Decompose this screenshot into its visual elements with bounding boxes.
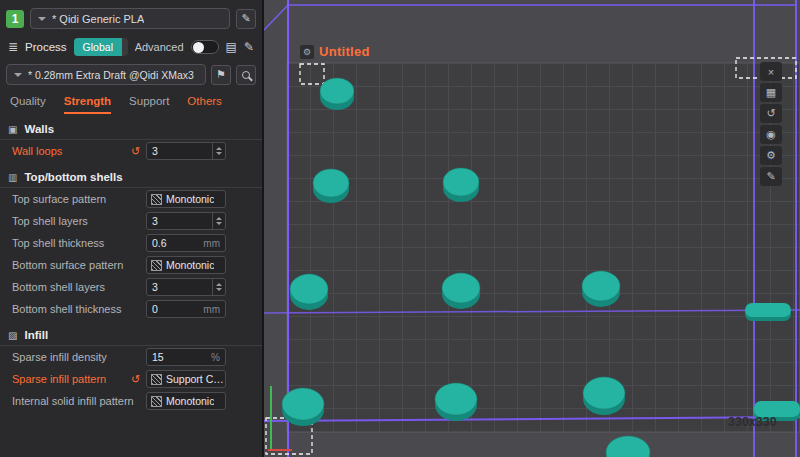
list-settings-icon[interactable]: ▤ bbox=[226, 40, 237, 54]
model-object-disc[interactable] bbox=[582, 271, 620, 307]
sparse-infill-pattern-select[interactable]: Support Cu... bbox=[146, 370, 226, 388]
tab-strength[interactable]: Strength bbox=[64, 95, 111, 114]
spinner-arrows[interactable] bbox=[212, 279, 225, 295]
save-preset-icon[interactable]: ⚑ bbox=[211, 65, 231, 85]
pattern-swatch-icon bbox=[151, 260, 162, 271]
filament-slot-badge[interactable]: 1 bbox=[6, 10, 24, 28]
plate-rotate-icon[interactable]: ↺ bbox=[760, 104, 782, 123]
top-shell-layers-input[interactable]: 3 bbox=[146, 212, 226, 230]
model-object-disc[interactable] bbox=[282, 388, 324, 426]
viewport-3d[interactable]: ⚙ Untitled 330x330 × ▦ ↺ ◉ ⚙ ✎ bbox=[262, 0, 800, 457]
bottom-surface-pattern-select[interactable]: Monotonic bbox=[146, 256, 226, 274]
process-scope-segment: Global Objects bbox=[74, 38, 128, 56]
tab-quality[interactable]: Quality bbox=[10, 95, 46, 114]
input-value: 3 bbox=[147, 281, 212, 293]
setting-label: Bottom shell thickness bbox=[12, 303, 121, 315]
model-object-disc[interactable] bbox=[442, 273, 480, 309]
plate-edit-icon[interactable]: ✎ bbox=[760, 167, 782, 186]
setting-label: Sparse infill density bbox=[12, 351, 107, 363]
unit-label: % bbox=[211, 352, 225, 363]
unit-label: mm bbox=[203, 304, 225, 315]
search-icon[interactable] bbox=[236, 65, 256, 85]
internal-solid-infill-pattern-select[interactable]: Monotonic bbox=[146, 392, 226, 410]
model-object-disc[interactable] bbox=[443, 168, 479, 202]
bottom-shell-thickness-input[interactable]: 0 mm bbox=[146, 300, 226, 318]
section-header-walls[interactable]: ▣ Walls bbox=[0, 117, 262, 140]
section-header-shells[interactable]: ▥ Top/bottom shells bbox=[0, 165, 262, 188]
input-value: 3 bbox=[147, 215, 212, 227]
toggle-knob bbox=[193, 42, 204, 53]
scope-objects-button[interactable]: Objects bbox=[122, 38, 128, 56]
reset-icon[interactable]: ↺ bbox=[131, 373, 140, 386]
edit-params-icon[interactable]: ✎ bbox=[244, 40, 254, 54]
spin-up-icon[interactable] bbox=[216, 217, 222, 220]
slicer-app: 1 * Qidi Generic PLA ✎ ≣ Process Global … bbox=[0, 0, 800, 457]
model-object-disc[interactable] bbox=[583, 377, 625, 415]
spin-down-icon[interactable] bbox=[216, 152, 222, 155]
scope-global-button[interactable]: Global bbox=[74, 38, 122, 56]
setting-row-top-surface-pattern: Top surface pattern Monotonic bbox=[0, 188, 262, 210]
model-object-disc[interactable] bbox=[606, 436, 650, 457]
profile-bar: * 0.28mm Extra Draft @Qidi XMax3 ⚑ bbox=[0, 60, 262, 87]
plate-settings-icon[interactable]: ⚙ bbox=[300, 45, 314, 59]
input-value: 15 bbox=[147, 351, 211, 363]
tab-support[interactable]: Support bbox=[129, 95, 169, 114]
plate-boundary-markers bbox=[266, 58, 796, 454]
setting-label: Sparse infill pattern bbox=[12, 373, 106, 385]
reset-icon[interactable]: ↺ bbox=[131, 145, 140, 158]
walls-icon: ▣ bbox=[8, 124, 17, 135]
shells-icon: ▥ bbox=[8, 172, 17, 183]
pattern-swatch-icon bbox=[151, 374, 162, 385]
model-object-disc[interactable] bbox=[745, 303, 791, 321]
model-object-disc[interactable] bbox=[435, 383, 477, 421]
input-value: 0.6 bbox=[147, 237, 203, 249]
spinner-arrows[interactable] bbox=[212, 143, 225, 159]
spinner-arrows[interactable] bbox=[212, 213, 225, 229]
spin-down-icon[interactable] bbox=[216, 222, 222, 225]
edit-filament-icon[interactable]: ✎ bbox=[236, 9, 256, 29]
input-value: 3 bbox=[147, 145, 212, 157]
input-value: 0 bbox=[147, 303, 203, 315]
spin-up-icon[interactable] bbox=[216, 283, 222, 286]
setting-label: Bottom shell layers bbox=[12, 281, 105, 293]
process-preset-value: * 0.28mm Extra Draft @Qidi XMax3 bbox=[28, 69, 194, 81]
top-shell-thickness-input[interactable]: 0.6 mm bbox=[146, 234, 226, 252]
select-value: Support Cu... bbox=[162, 373, 225, 385]
plate-arrange-icon[interactable]: ▦ bbox=[760, 83, 782, 102]
setting-row-top-shell-layers: Top shell layers 3 bbox=[0, 210, 262, 232]
plate-close-icon[interactable]: × bbox=[760, 62, 782, 81]
model-object-disc[interactable] bbox=[290, 274, 328, 310]
setting-row-bottom-surface-pattern: Bottom surface pattern Monotonic bbox=[0, 254, 262, 276]
section-header-infill[interactable]: ▨ Infill bbox=[0, 323, 262, 346]
section-title: Infill bbox=[24, 329, 48, 341]
filament-bar: 1 * Qidi Generic PLA ✎ bbox=[0, 0, 262, 33]
setting-row-wall-loops: Wall loops ↺ 3 bbox=[0, 140, 262, 162]
model-object-disc[interactable] bbox=[313, 169, 349, 203]
advanced-label: Advanced bbox=[135, 41, 184, 53]
plate-tag: ⚙ Untitled bbox=[300, 44, 370, 59]
plate-toolbar: × ▦ ↺ ◉ ⚙ ✎ bbox=[760, 62, 782, 186]
spin-up-icon[interactable] bbox=[216, 147, 222, 150]
sparse-infill-density-input[interactable]: 15 % bbox=[146, 348, 226, 366]
setting-label: Internal solid infill pattern bbox=[12, 395, 134, 407]
plate-lock-icon[interactable]: ◉ bbox=[760, 125, 782, 144]
setting-row-bottom-shell-thickness: Bottom shell thickness 0 mm bbox=[0, 298, 262, 320]
setting-row-internal-solid-infill-pattern: Internal solid infill pattern Monotonic bbox=[0, 390, 262, 412]
spin-down-icon[interactable] bbox=[216, 288, 222, 291]
bottom-shell-layers-input[interactable]: 3 bbox=[146, 278, 226, 296]
process-preset-select[interactable]: * 0.28mm Extra Draft @Qidi XMax3 bbox=[6, 64, 206, 85]
wall-loops-input[interactable]: 3 bbox=[146, 142, 226, 160]
setting-label: Top shell layers bbox=[12, 215, 88, 227]
filament-preset-select[interactable]: * Qidi Generic PLA bbox=[30, 8, 230, 29]
setting-label: Top shell thickness bbox=[12, 237, 104, 249]
setting-row-sparse-infill-density: Sparse infill density 15 % bbox=[0, 346, 262, 368]
plate-settings-icon[interactable]: ⚙ bbox=[760, 146, 782, 165]
model-objects bbox=[282, 78, 650, 457]
build-volume-lines bbox=[264, 0, 800, 457]
process-icon: ≣ bbox=[8, 40, 18, 54]
model-object-disc[interactable] bbox=[320, 78, 354, 110]
advanced-toggle[interactable] bbox=[191, 40, 219, 54]
tab-others[interactable]: Others bbox=[187, 95, 222, 114]
process-label: Process bbox=[25, 41, 67, 53]
top-surface-pattern-select[interactable]: Monotonic bbox=[146, 190, 226, 208]
